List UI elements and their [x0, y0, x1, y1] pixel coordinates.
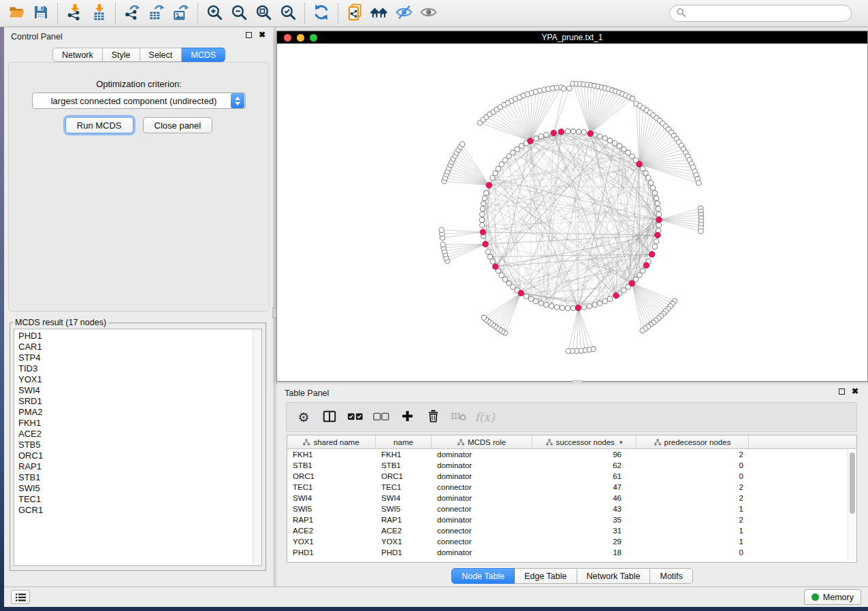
tab-network[interactable]: Network: [52, 48, 103, 62]
table-cell-shared-name[interactable]: ACE2: [287, 527, 376, 535]
table-cell-mcds-role[interactable]: dominator: [432, 450, 532, 459]
table-cell-mcds-role[interactable]: connector: [432, 527, 532, 535]
mcds-result-item[interactable]: GCR1: [18, 505, 261, 516]
mcds-result-item[interactable]: SRD1: [18, 396, 261, 407]
mcds-result-item[interactable]: STB5: [18, 440, 261, 450]
table-row[interactable]: STB1STB1dominator620: [287, 460, 856, 471]
float-window-icon[interactable]: [839, 389, 845, 395]
close-panel-icon[interactable]: ✖: [852, 388, 858, 395]
mcds-result-item[interactable]: TEC1: [18, 494, 261, 505]
deselect-all-button[interactable]: [371, 407, 391, 427]
tab-motifs[interactable]: Motifs: [650, 568, 692, 584]
table-cell-shared-name[interactable]: SWI5: [287, 505, 376, 513]
table-cell-shared-name[interactable]: YOX1: [287, 538, 376, 546]
table-cell-shared-name[interactable]: RAP1: [287, 516, 376, 524]
import-table-button[interactable]: [86, 2, 111, 25]
table-cell-shared-name[interactable]: ORC1: [287, 472, 376, 480]
table-row[interactable]: YOX1YOX1connector291: [287, 536, 856, 547]
table-cell-shared-name[interactable]: STB1: [287, 461, 376, 469]
table-cell-mcds-role[interactable]: dominator: [432, 548, 532, 557]
tab-node-table[interactable]: Node Table: [451, 568, 515, 584]
table-cell-name[interactable]: FKH1: [376, 450, 432, 459]
table-cell-name[interactable]: RAP1: [376, 516, 432, 524]
delete-column-button[interactable]: [423, 407, 443, 427]
mcds-result-item[interactable]: PHD1: [18, 331, 261, 342]
table-cell-predecessor-nodes[interactable]: 1: [637, 527, 749, 535]
show-panels-button[interactable]: [11, 590, 30, 604]
table-cell-shared-name[interactable]: PHD1: [287, 548, 376, 557]
table-cell-mcds-role[interactable]: dominator: [432, 472, 532, 480]
show-graphics-details-button[interactable]: [416, 2, 440, 25]
mcds-result-item[interactable]: RAP1: [18, 461, 261, 472]
table-cell-predecessor-nodes[interactable]: 0: [637, 461, 749, 469]
table-scrollbar[interactable]: [848, 450, 856, 561]
tab-edge-table[interactable]: Edge Table: [515, 568, 577, 584]
table-cell-predecessor-nodes[interactable]: 2: [637, 483, 749, 491]
table-cell-mcds-role[interactable]: dominator: [432, 461, 532, 469]
table-cell-name[interactable]: TEC1: [376, 483, 432, 491]
table-cell-mcds-role[interactable]: dominator: [432, 516, 532, 524]
import-network-button[interactable]: [62, 2, 86, 25]
table-row[interactable]: TEC1TEC1connector472: [287, 482, 856, 493]
table-cell-shared-name[interactable]: TEC1: [287, 483, 376, 491]
table-cell-mcds-role[interactable]: dominator: [432, 494, 532, 502]
mcds-result-item[interactable]: PMA2: [18, 407, 261, 418]
run-mcds-button[interactable]: Run MCDS: [65, 117, 133, 133]
mcds-result-item[interactable]: YOX1: [18, 374, 261, 385]
close-panel-button[interactable]: Close panel: [143, 117, 213, 133]
mcds-result-item[interactable]: CAR1: [18, 342, 261, 352]
table-row[interactable]: PHD1PHD1dominator180: [287, 547, 856, 558]
mcds-result-item[interactable]: STB1: [18, 472, 261, 483]
memory-button[interactable]: Memory: [804, 589, 861, 605]
table-cell-predecessor-nodes[interactable]: 1: [637, 538, 749, 546]
table-cell-predecessor-nodes[interactable]: 0: [637, 472, 749, 480]
network-canvas[interactable]: [277, 44, 867, 381]
table-cell-successor-nodes[interactable]: 31: [532, 527, 637, 535]
mcds-result-item[interactable]: SWI4: [18, 385, 261, 396]
table-cell-successor-nodes[interactable]: 18: [532, 548, 637, 557]
table-row[interactable]: RAP1RAP1dominator352: [287, 514, 856, 525]
tab-mcds[interactable]: MCDS: [182, 48, 225, 62]
column-header-name[interactable]: name: [376, 435, 432, 448]
add-column-button[interactable]: [397, 407, 417, 427]
table-cell-predecessor-nodes[interactable]: 2: [637, 494, 749, 502]
optimization-criterion-select[interactable]: largest connected component (undirected): [32, 93, 246, 109]
table-cell-shared-name[interactable]: FKH1: [287, 450, 376, 459]
mcds-result-item[interactable]: TID3: [18, 363, 261, 374]
table-cell-mcds-role[interactable]: connector: [432, 483, 532, 491]
save-session-button[interactable]: [29, 2, 53, 25]
hide-graphics-details-button[interactable]: [391, 2, 416, 25]
table-row[interactable]: SWI4SWI4dominator462: [287, 493, 856, 503]
table-cell-predecessor-nodes[interactable]: 2: [637, 450, 749, 459]
table-cell-successor-nodes[interactable]: 43: [532, 505, 637, 513]
tab-select[interactable]: Select: [140, 48, 182, 62]
select-all-button[interactable]: [345, 407, 366, 427]
search-box[interactable]: [669, 5, 852, 22]
refresh-button[interactable]: [309, 2, 334, 25]
share-network-button[interactable]: [342, 2, 367, 25]
zoom-in-button[interactable]: [202, 2, 227, 25]
table-cell-name[interactable]: SWI4: [376, 494, 432, 502]
table-cell-successor-nodes[interactable]: 62: [532, 461, 637, 469]
table-cell-name[interactable]: ACE2: [376, 527, 432, 535]
zoom-selected-button[interactable]: [276, 2, 300, 25]
mcds-result-item[interactable]: ACE2: [18, 429, 261, 440]
export-image-button[interactable]: [169, 2, 193, 25]
search-input[interactable]: [686, 7, 845, 20]
column-header-shared-name[interactable]: shared name: [287, 435, 376, 448]
tab-style[interactable]: Style: [103, 48, 140, 62]
mcds-result-item[interactable]: FKH1: [18, 418, 261, 429]
export-table-button[interactable]: [144, 2, 169, 25]
column-header-mcds-role[interactable]: MCDS role: [432, 435, 532, 448]
table-row[interactable]: SWI5SWI5connector431: [287, 503, 856, 514]
table-cell-predecessor-nodes[interactable]: 1: [637, 505, 749, 513]
close-panel-icon[interactable]: ✖: [259, 31, 266, 38]
export-network-button[interactable]: [120, 2, 144, 25]
table-cell-successor-nodes[interactable]: 46: [532, 494, 637, 502]
table-cell-name[interactable]: SWI5: [376, 505, 432, 513]
zoom-out-button[interactable]: [227, 2, 251, 25]
home-button[interactable]: [367, 2, 391, 25]
column-header-successor-nodes[interactable]: successor nodes ▾: [532, 435, 637, 448]
mcds-result-item[interactable]: STP4: [18, 352, 261, 363]
table-row[interactable]: FKH1FKH1dominator962: [287, 449, 856, 460]
